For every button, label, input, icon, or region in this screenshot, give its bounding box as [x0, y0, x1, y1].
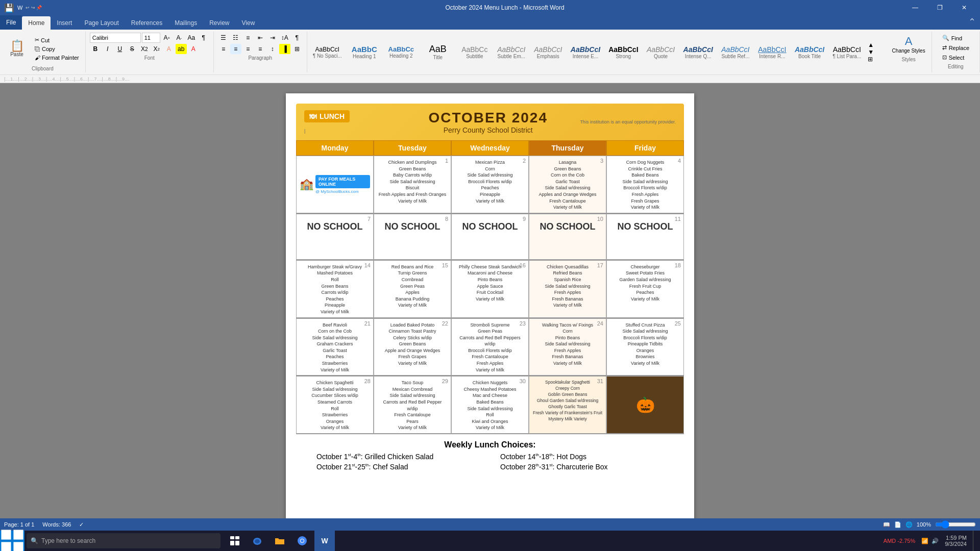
tab-mailings[interactable]: Mailings — [168, 16, 203, 30]
font-name-input[interactable] — [90, 33, 141, 43]
tab-insert[interactable]: Insert — [51, 16, 78, 30]
font-size-input[interactable] — [142, 33, 160, 43]
editing-group: 🔍 Find ⇄ Replace ⊡ Select Editing — [932, 32, 980, 72]
copy-label: Copy — [42, 46, 55, 52]
view-read[interactable]: 📖 — [883, 521, 890, 528]
style-strong[interactable]: AaBbCcI Strong — [605, 34, 642, 70]
tab-view[interactable]: View — [236, 16, 261, 30]
style-list-para[interactable]: AaBbCcI ¶ List Para... — [829, 34, 865, 70]
style-subtle-ref[interactable]: AaBbCcI Subtle Ref... — [718, 34, 753, 70]
increase-indent-button[interactable]: ⇥ — [267, 33, 278, 43]
explorer-button[interactable] — [270, 531, 290, 551]
pay-online-badge: PAY FOR MEALS ONLINE — [315, 175, 370, 188]
show-all-button[interactable]: ¶ — [198, 33, 209, 43]
maximize-button[interactable]: ❐ — [928, 0, 951, 15]
select-button[interactable]: ⊡ Select — [940, 53, 971, 62]
thursday-header: Thursday — [529, 140, 606, 156]
cell-tue-4: 22 Loaded Baked PotatoCinnamon Toast Pas… — [374, 318, 451, 376]
collapse-ribbon-button[interactable]: ⌃ — [964, 14, 980, 30]
tab-references[interactable]: References — [125, 16, 168, 30]
start-button[interactable] — [0, 531, 24, 551]
underline-button[interactable]: U — [114, 44, 126, 54]
edge-button[interactable] — [247, 531, 267, 551]
subscript-button[interactable]: X2 — [139, 44, 150, 54]
style-intense-q[interactable]: AaBbCcI Intense Q... — [680, 34, 717, 70]
grow-font-button[interactable]: A+ — [161, 33, 173, 43]
tab-file[interactable]: File — [0, 15, 22, 30]
styles-scroll-down[interactable]: ▼ — [868, 48, 874, 56]
format-painter-button[interactable]: 🖌 Format Painter — [33, 54, 81, 62]
style-label: Subtle Em... — [498, 54, 525, 59]
cut-button[interactable]: ✂ Cut — [33, 36, 81, 44]
style-subtitle[interactable]: AaBbCc Subtitle — [457, 34, 493, 70]
decrease-indent-button[interactable]: ⇤ — [255, 33, 266, 43]
shading-button[interactable]: ▐ — [279, 44, 290, 54]
highlight-button[interactable]: ab — [176, 44, 187, 54]
paragraph-group: ☰ ☷ ≡ ⇤ ⇥ ↕A ¶ ≡ ≡ ≡ ≡ ↕ ▐ — [214, 32, 307, 72]
styles-scroll-up[interactable]: ▲ — [868, 41, 874, 48]
minimize-button[interactable]: — — [903, 0, 927, 15]
shrink-font-button[interactable]: A- — [174, 33, 185, 43]
sort-button[interactable]: ↕A — [279, 33, 290, 43]
pilcrow-button[interactable]: ¶ — [291, 33, 303, 43]
font-color-button[interactable]: A — [188, 44, 199, 54]
style-intense-em[interactable]: AaBbCcI Intense E... — [567, 34, 604, 70]
word-button[interactable]: W — [314, 531, 335, 551]
align-right-button[interactable]: ≡ — [242, 44, 254, 54]
bullets-button[interactable]: ☰ — [218, 33, 229, 43]
align-left-button[interactable]: ≡ — [218, 44, 229, 54]
tab-page-layout[interactable]: Page Layout — [78, 16, 125, 30]
cell-wed-1: 2 Mexican PizzaCornSide Salad w/dressing… — [451, 156, 529, 213]
style-label: Strong — [616, 54, 631, 59]
cell-content: Red Beans and RiceTurnip GreensCornbread… — [377, 264, 448, 309]
line-spacing-button[interactable]: ↕ — [267, 44, 278, 54]
style-heading2[interactable]: AaBbCc Heading 2 — [383, 34, 419, 70]
header-note: This institution is an equal opportunity… — [580, 119, 676, 124]
taskbar-search-box[interactable]: 🔍 Type here to search — [27, 533, 220, 548]
style-intense-r[interactable]: AaBbCcI Intense R... — [754, 34, 790, 70]
change-styles-button[interactable]: A Change Styles — [890, 33, 927, 56]
multilevel-button[interactable]: ≡ — [242, 33, 254, 43]
zoom-slider[interactable] — [935, 520, 976, 529]
cell-number: 8 — [445, 216, 448, 222]
copy-button[interactable]: ⿻ Copy — [33, 45, 81, 53]
choices-title: Weekly Lunch Choices: — [296, 440, 684, 449]
style-quote[interactable]: AaBbCcI Quote — [643, 34, 679, 70]
bold-button[interactable]: B — [90, 44, 101, 54]
text-effects-button[interactable]: A — [163, 44, 175, 54]
style-no-spacing[interactable]: AaBbCcI ¶ No Spaci... — [309, 34, 346, 70]
replace-button[interactable]: ⇄ Replace — [940, 43, 971, 52]
cell-content: Spooktakular SpaghettiCreepy CornGoblin … — [532, 380, 603, 422]
numbering-button[interactable]: ☷ — [230, 33, 241, 43]
align-center-button[interactable]: ≡ — [230, 44, 241, 54]
format-painter-label: Format Painter — [42, 55, 79, 61]
style-book-title[interactable]: AaBbCcI Book Title — [791, 34, 828, 70]
paste-button[interactable]: 📋 Paste — [4, 34, 30, 64]
cell-number: 22 — [442, 320, 448, 327]
italic-button[interactable]: I — [102, 44, 113, 54]
cell-number: 15 — [442, 262, 448, 268]
borders-button[interactable]: ⊞ — [291, 44, 303, 54]
style-heading1[interactable]: AaBbC Heading 1 — [347, 34, 382, 70]
find-icon: 🔍 — [942, 35, 949, 41]
justify-button[interactable]: ≡ — [255, 44, 266, 54]
tab-home[interactable]: Home — [22, 16, 51, 30]
task-view-button[interactable] — [225, 531, 245, 551]
view-print[interactable]: 📄 — [894, 521, 901, 528]
styles-more[interactable]: ⊞ — [868, 56, 874, 63]
chrome-button[interactable] — [292, 531, 312, 551]
style-preview: AaBbCcI — [534, 45, 562, 54]
find-button[interactable]: 🔍 Find — [940, 34, 971, 42]
document-area[interactable]: 🍽 LUNCH | OCTOBER 2024 Perry County Scho… — [0, 83, 980, 518]
show-desktop-button[interactable] — [973, 531, 976, 551]
tab-review[interactable]: Review — [203, 16, 235, 30]
style-title[interactable]: AaB Title — [420, 34, 456, 70]
clear-format-button[interactable]: Aa — [186, 33, 197, 43]
superscript-button[interactable]: X2 — [151, 44, 162, 54]
style-subtle-em[interactable]: AaBbCcI Subtle Em... — [494, 34, 529, 70]
strikethrough-button[interactable]: S — [127, 44, 138, 54]
view-web[interactable]: 🌐 — [905, 521, 913, 528]
close-button[interactable]: ✕ — [952, 0, 976, 15]
style-emphasis[interactable]: AaBbCcI Emphasis — [530, 34, 566, 70]
cell-content: CheeseburgerSweet Potato FriesGarden Sal… — [610, 264, 680, 303]
